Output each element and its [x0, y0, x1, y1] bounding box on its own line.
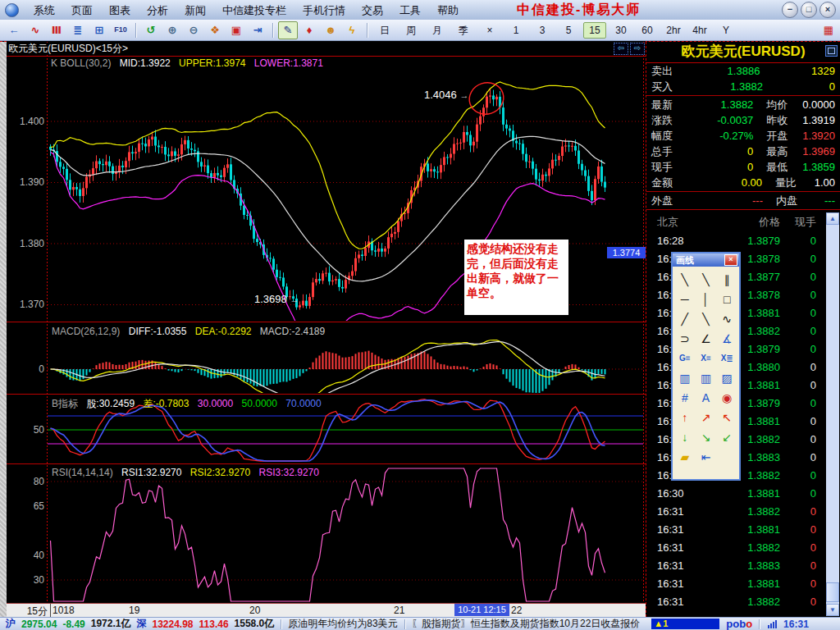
- arc-icon[interactable]: ⊃: [674, 329, 696, 349]
- period-5[interactable]: 5: [557, 22, 580, 39]
- cycle-lines-icon[interactable]: ▥: [696, 368, 717, 388]
- alarm-icon[interactable]: ♦: [299, 21, 319, 39]
- scroll-up-icon[interactable]: ▲: [826, 212, 839, 225]
- draw-toolbox[interactable]: 画线 × ╲╲∥─│□╱╲∿⊃∠∡G≡X≡X≣▥▥▨#A◉↑↗↖↓↘↙▰⇤: [671, 252, 741, 481]
- period-2hr[interactable]: 2hr: [662, 22, 685, 39]
- parallel-lines-icon[interactable]: ∥: [716, 270, 737, 290]
- scroll-thumb[interactable]: [826, 582, 839, 602]
- menu-手机行情[interactable]: 手机行情: [294, 1, 354, 20]
- left-splitter[interactable]: [0, 42, 7, 617]
- hand-icon[interactable]: ❖: [205, 21, 225, 39]
- panel-restore-icon[interactable]: [825, 45, 838, 57]
- draw-pencil-icon[interactable]: ✎: [278, 21, 298, 39]
- note-annotation[interactable]: 感觉结构还没有走完，但后面没有走出新高，就做了一单空。: [464, 240, 568, 315]
- line-segment-icon[interactable]: ╲: [696, 270, 717, 290]
- users-icon[interactable]: ☻: [321, 21, 340, 39]
- golden-section-icon[interactable]: G≡: [674, 349, 696, 368]
- menu-中信建投专栏[interactable]: 中信建投专栏: [214, 1, 294, 20]
- period-日[interactable]: 日: [373, 22, 396, 39]
- close-button[interactable]: ×: [819, 2, 836, 18]
- arrow-down-icon[interactable]: ↓: [674, 427, 696, 447]
- percent-line2-icon[interactable]: X≣: [716, 349, 737, 368]
- menu-页面[interactable]: 页面: [63, 1, 101, 20]
- arrow-sw-icon[interactable]: ↙: [716, 427, 737, 447]
- market-grid-icon[interactable]: ▦: [820, 22, 837, 38]
- f10-icon[interactable]: F10: [111, 21, 130, 39]
- period-周[interactable]: 周: [399, 22, 422, 39]
- alert-badge[interactable]: ▲1: [651, 619, 719, 629]
- period-季[interactable]: 季: [452, 22, 475, 39]
- news-ticker-left[interactable]: 原油明年均价约为83美元: [288, 617, 397, 630]
- period-月[interactable]: 月: [426, 22, 449, 39]
- menu-分析[interactable]: 分析: [139, 1, 176, 20]
- scroll-down-icon[interactable]: ▼: [826, 604, 839, 616]
- text-tool-icon[interactable]: A: [696, 388, 717, 408]
- vertical-line-icon[interactable]: │: [696, 290, 717, 309]
- arrow-ne-icon[interactable]: ↗: [696, 408, 717, 427]
- wave-line-icon[interactable]: ∿: [716, 309, 737, 329]
- tick-volume: 0: [780, 505, 826, 518]
- refresh-icon[interactable]: ↺: [141, 21, 161, 39]
- channel-icon[interactable]: ▨: [716, 368, 737, 388]
- tick-scrollbar[interactable]: ▲ ▼: [826, 212, 839, 616]
- ray-line-icon[interactable]: ╱: [674, 309, 696, 329]
- lightning-icon[interactable]: ϟ: [342, 21, 362, 39]
- report-icon[interactable]: ⊞: [89, 21, 109, 39]
- menu-图表[interactable]: 图表: [101, 1, 139, 20]
- regression-channel-icon[interactable]: #: [674, 388, 696, 408]
- period-3[interactable]: 3: [531, 22, 554, 39]
- quote-list-icon[interactable]: ≣: [68, 21, 88, 39]
- window-switch-icon[interactable]: ▣: [226, 21, 246, 39]
- chart-svg[interactable]: [7, 41, 646, 603]
- draw-toolbox-titlebar[interactable]: 画线 ×: [673, 253, 739, 267]
- menu-工具[interactable]: 工具: [391, 1, 429, 20]
- menu-系统[interactable]: 系统: [25, 1, 63, 20]
- gann-fan-icon[interactable]: ∡: [716, 329, 737, 349]
- quote-value: ---: [691, 194, 763, 207]
- eraser-icon[interactable]: ▰: [674, 447, 696, 467]
- percent-line-icon[interactable]: X≡: [696, 349, 717, 368]
- period-4hr[interactable]: 4hr: [688, 22, 711, 39]
- news-ticker-right[interactable]: 〖股指期货〗恒生指数及期货指数10月22日收盘报价: [412, 617, 641, 630]
- close-icon[interactable]: ×: [724, 254, 737, 266]
- zoom-out-icon[interactable]: ⊖: [184, 21, 203, 39]
- rectangle-icon[interactable]: □: [716, 290, 737, 309]
- menu-交易[interactable]: 交易: [354, 1, 391, 20]
- arrange-icon[interactable]: ⇤: [696, 447, 717, 467]
- period-×[interactable]: ×: [478, 22, 501, 39]
- time-lines-icon[interactable]: ▥: [674, 368, 696, 388]
- export-icon[interactable]: ⇥: [248, 21, 267, 39]
- menu-帮助[interactable]: 帮助: [429, 1, 467, 20]
- cycle-circle-icon[interactable]: ◉: [716, 388, 737, 408]
- arrow-nw-icon[interactable]: ↖: [716, 408, 737, 427]
- period-60[interactable]: 60: [636, 22, 659, 39]
- quote-value: 1.3882: [691, 80, 763, 93]
- quote-row-卖出: 卖出1.38861329: [646, 63, 840, 79]
- angle-line-icon[interactable]: ∠: [696, 329, 717, 349]
- trend-line-icon[interactable]: ╲: [674, 270, 696, 290]
- high-price-annotation[interactable]: 1.4046 →: [424, 89, 468, 101]
- kline-chart-icon[interactable]: Ⅲ: [47, 21, 66, 39]
- period-1[interactable]: 1: [504, 22, 527, 39]
- line-chart-icon[interactable]: ∿: [25, 21, 45, 39]
- short-segment-icon[interactable]: ╲: [696, 309, 717, 329]
- chart-prev-icon[interactable]: ⇦: [614, 43, 628, 55]
- period-30[interactable]: 30: [609, 22, 632, 39]
- back-icon[interactable]: ←: [4, 21, 24, 39]
- period-Y[interactable]: Y: [714, 22, 737, 39]
- tick-row: 16:311.38810: [646, 520, 826, 538]
- zoom-in-icon[interactable]: ⊕: [162, 21, 182, 39]
- quote-row-涨跌: 涨跌-0.0037昨收1.3919: [646, 112, 840, 128]
- menu-新闻[interactable]: 新闻: [176, 1, 214, 20]
- menu-list: 系统页面图表分析新闻中信建投专栏手机行情交易工具帮助: [25, 1, 467, 20]
- chart-next-icon[interactable]: ⇨: [630, 43, 645, 55]
- y-label-1380: 1.380: [7, 238, 44, 249]
- low-price-annotation[interactable]: 1.3698 →: [254, 293, 299, 305]
- arrow-up-icon[interactable]: ↑: [674, 408, 696, 427]
- arrow-se-icon[interactable]: ↘: [696, 427, 717, 447]
- horizontal-line-icon[interactable]: ─: [674, 290, 696, 309]
- restore-button[interactable]: □: [801, 2, 817, 18]
- minimize-button[interactable]: −: [782, 2, 798, 18]
- period-15[interactable]: 15: [583, 22, 606, 39]
- tick-price: 1.3879: [714, 235, 780, 247]
